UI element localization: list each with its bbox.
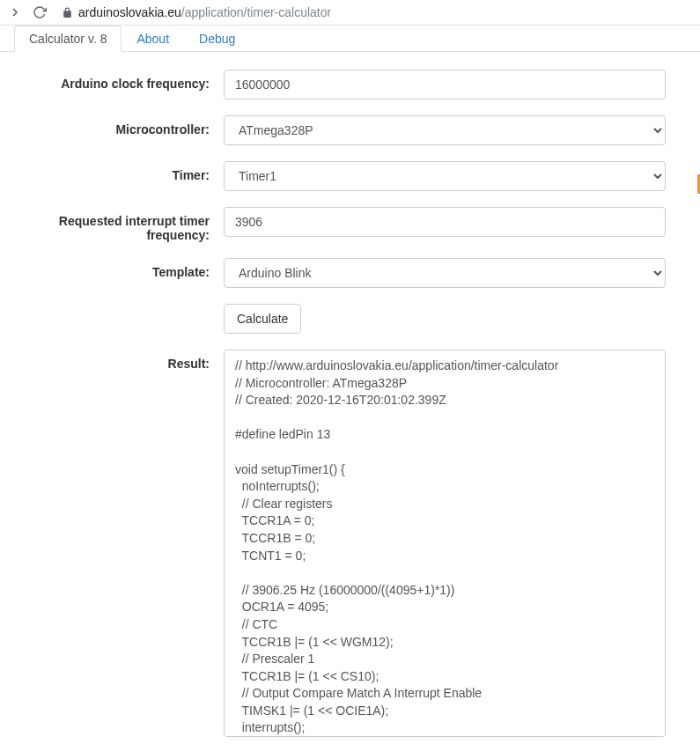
select-timer[interactable]: Timer1 [224, 161, 666, 191]
row-result: Result: [21, 350, 666, 740]
url-text: arduinoslovakia.eu/application/timer-cal… [78, 5, 331, 19]
lock-icon [62, 7, 73, 18]
input-requested-frequency[interactable] [224, 207, 666, 237]
input-clock-frequency[interactable] [224, 70, 666, 99]
url-path: /application/timer-calculator [181, 5, 331, 19]
row-timer: Timer: Timer1 [21, 161, 666, 191]
row-requested-frequency: Requested interrupt timer frequency: [21, 207, 666, 242]
tab-calculator[interactable]: Calculator v. 8 [14, 26, 122, 52]
label-template: Template: [21, 258, 224, 279]
textarea-result[interactable] [224, 350, 666, 737]
label-requested-frequency: Requested interrupt timer frequency: [21, 207, 224, 242]
forward-icon[interactable] [7, 4, 23, 20]
label-clock-frequency: Arduino clock frequency: [21, 70, 224, 91]
label-result: Result: [21, 350, 224, 371]
select-microcontroller[interactable]: ATmega328P [224, 115, 666, 145]
select-template[interactable]: Arduino Blink [224, 258, 666, 288]
reload-icon[interactable] [32, 4, 48, 20]
row-microcontroller: Microcontroller: ATmega328P [21, 115, 666, 145]
row-clock-frequency: Arduino clock frequency: [21, 70, 666, 99]
tab-about[interactable]: About [122, 26, 184, 52]
tabs-bar: Calculator v. 8 About Debug [0, 26, 700, 52]
browser-toolbar: arduinoslovakia.eu/application/timer-cal… [0, 0, 700, 26]
label-microcontroller: Microcontroller: [21, 115, 224, 136]
address-bar[interactable]: arduinoslovakia.eu/application/timer-cal… [56, 4, 693, 21]
url-domain: arduinoslovakia.eu [78, 5, 181, 19]
row-calculate: Calculate [21, 304, 666, 334]
row-template: Template: Arduino Blink [21, 258, 666, 288]
tab-debug[interactable]: Debug [184, 26, 250, 52]
calculate-button[interactable]: Calculate [224, 304, 301, 334]
form-container: Arduino clock frequency: Microcontroller… [0, 52, 687, 744]
label-timer: Timer: [21, 161, 224, 182]
